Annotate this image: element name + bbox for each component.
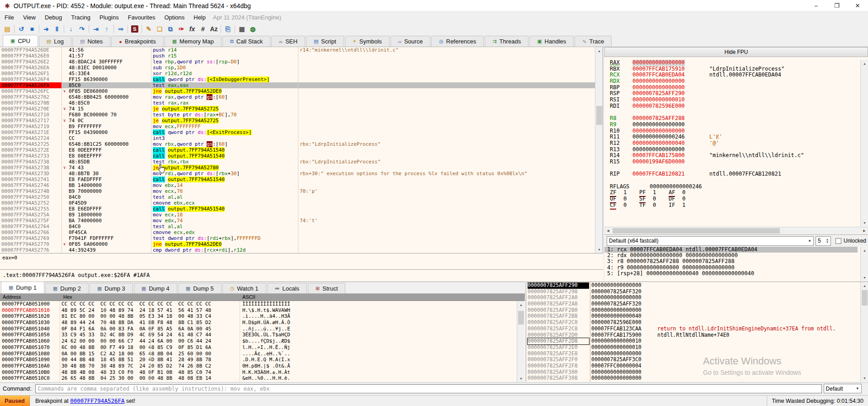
- stack-row[interactable]: 0000007825AFF2980000007825AFF320: [526, 289, 860, 295]
- dump-tab-watch-1[interactable]: ◷Watch 1: [222, 283, 266, 293]
- online-help-icon[interactable]: ◍: [247, 24, 258, 34]
- register-label-rbx[interactable]: RBX: [610, 66, 620, 72]
- register-row[interactable]: RDI000000782596E000: [604, 103, 858, 110]
- hex-dump-row[interactable]: 00007FFCAB0510B048 8B 4B 08 48 33 C0 F0 …: [0, 369, 517, 376]
- disasm-row[interactable]: 00007FF794A5271EFF15 04390000call qword …: [0, 129, 595, 135]
- flag-label-if[interactable]: IF: [669, 202, 675, 209]
- disasm-row[interactable]: 00007FF794A5276484C0test al,al: [0, 224, 595, 229]
- register-value-r8[interactable]: 0000007825AFF288: [632, 115, 685, 122]
- register-value-r12[interactable]: 0000000000000040: [632, 140, 685, 147]
- register-label-r15[interactable]: R15: [610, 159, 620, 165]
- register-row[interactable]: R100000000000000000: [604, 128, 858, 134]
- disasm-row[interactable]: 00007FF794A527660F45CAcmovne ecx,edx: [0, 229, 595, 235]
- disasm-row[interactable]: 00007FF794A52769F7041F FDFFFFFFtest dwor…: [0, 235, 595, 241]
- disasm-row[interactable]: 00007FF794A52710F680 BC000000 70test byt…: [0, 112, 595, 118]
- register-row[interactable]: RIP00007FFCAB120821ntdll.00007FFCAB12082…: [604, 171, 858, 177]
- stack-vscrollbar[interactable]: ▲ ▼: [860, 282, 868, 382]
- menu-item-debug[interactable]: Debug: [40, 13, 66, 22]
- hex-dump-row[interactable]: 00007FFCAB05102081 EC 80 00 00 00 48 8B …: [0, 313, 517, 320]
- register-row[interactable]: R120000000000000040'@': [604, 140, 858, 147]
- register-row[interactable]: R1400007FFCAB175800"minkernel\\ntdll\\ld…: [604, 153, 858, 159]
- stack-row[interactable]: 0000007825AFF2E00000000000000010: [526, 344, 860, 351]
- stack-row[interactable]: 0000007825AFF3000000000000000000: [526, 369, 860, 376]
- hide-fpu-button[interactable]: Hide FPU: [604, 47, 868, 57]
- disasm-row[interactable]: 00007FF794A526DE41:56push r14r14:"minker…: [0, 47, 595, 53]
- register-value-rax[interactable]: 0000000000000000: [632, 60, 685, 66]
- disasm-row[interactable]: 00007FF794A52741E8 FAEDFFFFcall output.7…: [0, 177, 595, 182]
- hex-dump-row[interactable]: 00007FFCAB051000CC CC CC CC CC CC CC CC …: [0, 301, 517, 307]
- menu-item-view[interactable]: View: [19, 13, 40, 22]
- comment-icon[interactable]: ❏: [154, 24, 165, 34]
- stack-row[interactable]: 0000007825AFF2B80000000000000040: [526, 313, 860, 320]
- register-value-rbp[interactable]: 0000000000000000: [632, 85, 685, 91]
- disasm-row[interactable]: 00007FF794A526F145:33E4xor r12d,r12d: [0, 71, 595, 76]
- execute-till-return-icon[interactable]: ⇥: [90, 24, 101, 34]
- register-row[interactable]: CF0TF0IF1: [604, 202, 858, 209]
- register-row[interactable]: RSI0000000000000010: [604, 97, 858, 103]
- menu-item-help[interactable]: Help: [189, 13, 210, 22]
- register-label-rbp[interactable]: RBP: [610, 85, 620, 91]
- disasm-row[interactable]: 00007FF794A5275FBA 74000000mov edx,7474:…: [0, 218, 595, 224]
- tab-threads[interactable]: ⇉Threads: [485, 36, 528, 47]
- register-row[interactable]: R90000000000000000: [604, 122, 858, 128]
- stack-row[interactable]: 0000007825AFF2D80000000000000010: [526, 338, 860, 344]
- register-label-r13[interactable]: R13: [610, 147, 620, 153]
- tab-script[interactable]: ▤Script: [306, 36, 344, 47]
- export-icon[interactable]: ⎘: [222, 24, 233, 34]
- register-value-r10[interactable]: 0000000000000000: [632, 128, 685, 134]
- stack-row[interactable]: 0000007825AFF2D000007FFCAB175900ntdll.Rt…: [526, 332, 860, 339]
- argument-count-stepper[interactable]: 5 ▲▼: [816, 236, 831, 246]
- register-row[interactable]: RBP0000000000000000: [604, 85, 858, 91]
- stack-row[interactable]: 0000007825AFF2C0000000782596E000: [526, 320, 860, 326]
- register-label-rcx[interactable]: RCX: [610, 72, 620, 78]
- unlocked-checkbox[interactable]: [835, 238, 841, 244]
- disasm-row[interactable]: 00007FF794A526F4FF15 86390000call qword …: [0, 76, 595, 82]
- hex-dump-row[interactable]: 00007FFCAB05109000 44 8B 48 18 45 8B 51 …: [0, 357, 517, 363]
- stack-row[interactable]: 0000007825AFF2F00000007825AFF3C0: [526, 357, 860, 363]
- hex-dump-row[interactable]: 00007FFCAB0510800A 00 8B 15 C2 A2 18 00 …: [0, 351, 517, 357]
- register-row[interactable]: ZF1PF1AF0: [604, 190, 858, 196]
- disasm-row[interactable]: 00007FF794A5275AB9 18000000mov ecx,18: [0, 212, 595, 218]
- register-value-r15[interactable]: 00000199AF6D0000: [632, 159, 685, 165]
- disasm-row[interactable]: 00007FF794A5270E∨74 15je output.7FF794A5…: [0, 106, 595, 112]
- maximize-button[interactable]: ❐: [826, 0, 847, 11]
- register-value-rdx[interactable]: 0000000000000000: [632, 78, 685, 85]
- step-over-icon[interactable]: ↷: [76, 24, 87, 34]
- run-icon[interactable]: ➜: [41, 24, 52, 34]
- minimize-button[interactable]: –: [806, 0, 826, 11]
- disasm-row[interactable]: 00007FF794A52733E8 08EEFFFFcall output.7…: [0, 153, 595, 159]
- tab-call-stack[interactable]: ⧉Call Stack: [222, 36, 270, 47]
- register-row[interactable]: R110000000000000246L'Ɇ': [604, 134, 858, 140]
- stack-row[interactable]: 0000007825AFF2A80000007825AFF320: [526, 301, 860, 307]
- register-label-rdx[interactable]: RDX: [610, 78, 620, 85]
- flag-label-df[interactable]: DF: [669, 196, 675, 202]
- tab-symbols[interactable]: ✦Symbols: [345, 36, 390, 47]
- tab-references[interactable]: ◎References: [431, 36, 484, 47]
- registers-vscrollbar[interactable]: ▲ ▼: [860, 60, 868, 226]
- disasm-row[interactable]: 00007FF794A527256548:8B1C25 60000000mov …: [0, 141, 595, 147]
- dump-tab-locals[interactable]: ≔Locals: [267, 283, 307, 293]
- hex-dump-row[interactable]: 00007FFCAB05105033 C9 45 33 D2 4C 8B D9 …: [0, 332, 517, 338]
- register-label-rsi[interactable]: RSI: [610, 97, 620, 103]
- register-value-r11[interactable]: 0000000000000246: [632, 134, 685, 140]
- label-icon[interactable]: ⧉: [165, 24, 176, 34]
- register-label-r11[interactable]: R11: [610, 134, 620, 140]
- disasm-row[interactable]: 00007FF794A52719B9 FFFFFFFFmov ecx,FFFFF…: [0, 124, 595, 129]
- register-row[interactable]: RSP0000007825AFF290: [604, 91, 858, 97]
- stack-row[interactable]: 0000007825AFF2B00000000000000000: [526, 307, 860, 314]
- stack-row[interactable]: 0000007825AFF2A00000000000000000: [526, 295, 860, 301]
- register-label-r10[interactable]: R10: [610, 128, 620, 134]
- tab-log[interactable]: ▤Log: [39, 36, 71, 47]
- registers-hscrollbar[interactable]: ◀ ▶: [604, 227, 868, 234]
- stack-row[interactable]: 0000007825AFF3080000000000000000: [526, 375, 860, 382]
- tab-handles[interactable]: ▣Handles: [529, 36, 574, 47]
- register-value-rcx[interactable]: 00007FFCAB0EDA04: [632, 72, 685, 78]
- argument-row[interactable]: 4: r9 0000000000000000 0000000000000000: [604, 265, 858, 271]
- disasm-row[interactable]: 00007FF794A5275084C0test al,al: [0, 194, 595, 200]
- dump-tab-dump-5[interactable]: ▦Dump 5: [178, 283, 222, 293]
- hex-dump-row[interactable]: 00007FFCAB05106024 62 00 00 00 00 66 C7 …: [0, 338, 517, 344]
- dump-tab-struct[interactable]: ⊞Struct: [308, 283, 345, 293]
- disasm-row[interactable]: 00007FF794A52755E8 E6EDFFFFcall output.7…: [0, 206, 595, 212]
- flag-label-tf[interactable]: TF: [639, 202, 646, 209]
- register-label-rsp[interactable]: RSP: [610, 91, 620, 97]
